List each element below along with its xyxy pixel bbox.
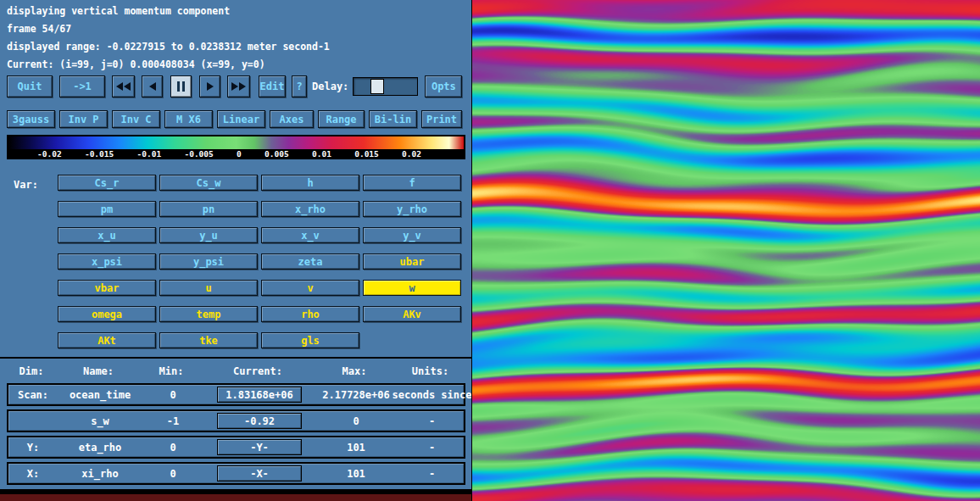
rewind-button[interactable] — [112, 75, 135, 97]
edit-button[interactable]: Edit — [259, 75, 286, 97]
dim-header-dim: Dim: — [7, 365, 56, 377]
dim-min: -1 — [142, 415, 203, 427]
var-button-pn[interactable]: pn — [159, 201, 258, 217]
rewind-icon — [116, 82, 123, 91]
play-button[interactable] — [199, 75, 220, 97]
dim-current-button[interactable]: -Y- — [217, 439, 302, 455]
dim-current-button[interactable]: 1.83168e+06 — [217, 387, 302, 403]
var-button-cs_w[interactable]: Cs_w — [159, 175, 258, 191]
fast-forward-icon — [239, 82, 246, 91]
delay-slider[interactable] — [353, 77, 418, 96]
colorbar-tick: -0.02 — [37, 149, 62, 159]
data-plot[interactable] — [472, 0, 980, 501]
var-button-y_rho[interactable]: y_rho — [363, 201, 461, 217]
dim-name: xi_rho — [58, 468, 142, 480]
ncview-window: displaying vertical momentum component f… — [0, 0, 980, 501]
var-button-vbar[interactable]: vbar — [58, 280, 156, 296]
dim-units: - — [397, 468, 467, 480]
colorbar[interactable]: -0.02 -0.015 -0.01 -0.005 0 0.005 0.01 0… — [7, 135, 465, 159]
play-icon — [207, 82, 214, 91]
displayed-range: displayed range: -0.0227915 to 0.0238312… — [7, 38, 330, 56]
var-button-f[interactable]: f — [363, 175, 461, 191]
colorbar-ticks: -0.02 -0.015 -0.01 -0.005 0 0.005 0.01 0… — [7, 149, 465, 159]
interpolation-button[interactable]: Bi-lin — [369, 110, 417, 128]
dim-units: - — [397, 442, 467, 454]
var-button-tke[interactable]: tke — [159, 332, 258, 348]
transform-button[interactable]: Linear — [217, 110, 265, 128]
dim-table-header: Dim: Name: Min: Current: Max: Units: — [7, 364, 465, 379]
var-button-w[interactable]: w — [363, 280, 461, 296]
table-divider — [0, 357, 472, 359]
dim-min: 0 — [142, 442, 203, 454]
invert-p-button[interactable]: Inv P — [59, 110, 108, 128]
dim-name: eta_rho — [58, 442, 142, 454]
colorbar-tick: 0.01 — [312, 149, 331, 159]
step-back-button[interactable] — [142, 75, 163, 97]
range-button[interactable]: Range — [318, 110, 365, 128]
colorbar-tick: 0.02 — [402, 149, 421, 159]
var-button-cs_r[interactable]: Cs_r — [58, 175, 156, 191]
help-button[interactable]: ? — [292, 75, 307, 97]
colorbar-tick: -0.005 — [184, 149, 213, 159]
dim-units: - — [397, 415, 467, 427]
step-one-button[interactable]: ->1 — [59, 75, 105, 97]
frame-counter: frame 54/67 — [7, 20, 330, 38]
var-button-u[interactable]: u — [159, 280, 258, 296]
dim-header-units: Units: — [395, 365, 465, 377]
delay-label: Delay: — [312, 81, 348, 92]
colorbar-tick: -0.015 — [85, 149, 114, 159]
dim-min: 0 — [142, 389, 203, 401]
colorbar-tick: 0.015 — [354, 149, 379, 159]
dim-row-eta-rho: Y: eta_rho 0 -Y- 101 - — [7, 436, 465, 459]
var-button-zeta[interactable]: zeta — [261, 253, 359, 270]
invert-c-button[interactable]: Inv C — [112, 110, 160, 128]
var-button-h[interactable]: h — [261, 175, 359, 191]
var-button-akt[interactable]: AKt — [58, 332, 156, 348]
var-button-y_u[interactable]: y_u — [159, 227, 258, 243]
dim-max: 101 — [315, 468, 397, 480]
control-panel: displaying vertical momentum component f… — [0, 0, 472, 501]
print-button[interactable]: Print — [421, 110, 462, 128]
var-button-x_u[interactable]: x_u — [58, 227, 156, 243]
fast-forward-icon — [231, 82, 238, 91]
dim-label: Scan: — [8, 389, 58, 401]
opts-button[interactable]: Opts — [425, 75, 462, 97]
dim-max: 2.17728e+06 — [315, 389, 397, 401]
dim-row-s-w: s_w -1 -0.92 0 - — [7, 409, 465, 432]
background-window-strip — [0, 494, 472, 501]
dim-max: 101 — [315, 442, 397, 454]
transport-toolbar: Quit ->1 Edit ? Delay: Opts — [7, 75, 462, 97]
var-button-y_psi[interactable]: y_psi — [159, 253, 258, 270]
var-button-rho[interactable]: rho — [261, 306, 359, 322]
quit-button[interactable]: Quit — [7, 75, 53, 97]
dim-label: X: — [8, 468, 58, 480]
var-button-x_rho[interactable]: x_rho — [261, 201, 359, 217]
var-button-gls[interactable]: gls — [261, 332, 359, 348]
rewind-icon — [124, 82, 131, 91]
step-back-icon — [149, 82, 156, 91]
pause-icon — [182, 81, 185, 92]
var-button-pm[interactable]: pm — [58, 201, 156, 217]
var-button-v[interactable]: v — [261, 280, 359, 296]
magnification-button[interactable]: M X6 — [164, 110, 213, 128]
var-button-ubar[interactable]: ubar — [363, 253, 461, 270]
pause-icon — [177, 81, 180, 92]
axes-button[interactable]: Axes — [270, 110, 314, 128]
status-displaying: displaying vertical momentum component — [7, 3, 330, 20]
colormap-button[interactable]: 3gauss — [7, 110, 55, 128]
var-button-temp[interactable]: temp — [159, 306, 258, 322]
colorbar-tick: 0 — [237, 149, 242, 159]
delay-slider-handle[interactable] — [370, 79, 384, 94]
pause-button[interactable] — [170, 75, 192, 97]
dim-current-button[interactable]: -0.92 — [217, 413, 302, 429]
var-button-y_v[interactable]: y_v — [363, 227, 461, 243]
var-button-omega[interactable]: omega — [58, 306, 156, 322]
dim-min: 0 — [142, 468, 203, 480]
dim-name: ocean_time — [58, 389, 142, 401]
dim-current-button[interactable]: -X- — [217, 465, 302, 482]
fast-forward-button[interactable] — [227, 75, 250, 97]
var-button-x_v[interactable]: x_v — [261, 227, 359, 243]
colorbar-gradient[interactable] — [8, 136, 464, 149]
var-button-x_psi[interactable]: x_psi — [58, 253, 156, 270]
var-button-akv[interactable]: AKv — [363, 306, 461, 322]
